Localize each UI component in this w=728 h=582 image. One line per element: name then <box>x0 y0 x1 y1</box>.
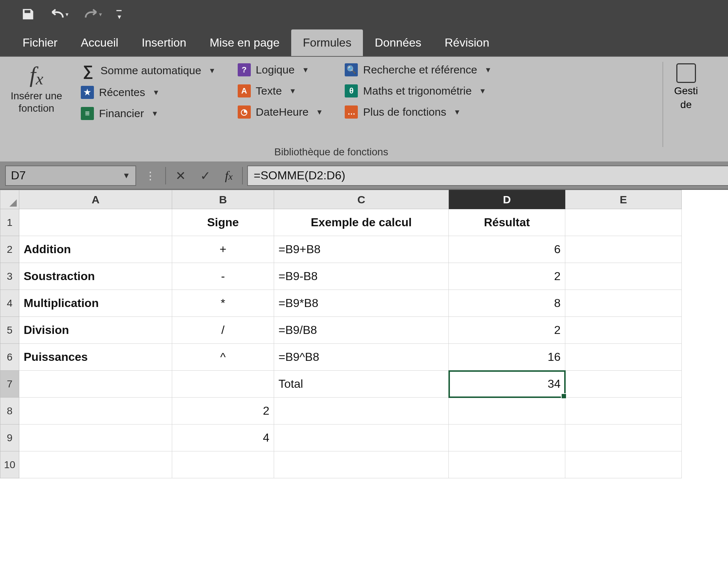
chevron-down-icon[interactable]: ▼ <box>209 67 216 75</box>
chevron-down-icon[interactable]: ▼ <box>122 171 130 180</box>
cell-B2[interactable]: + <box>172 236 274 263</box>
cell-B4[interactable]: * <box>172 290 274 317</box>
cell-A5[interactable]: Division <box>19 317 172 344</box>
lookup-functions-button[interactable]: 🔍 Recherche et référence ▼ <box>341 62 495 78</box>
col-header-C[interactable]: C <box>274 190 449 209</box>
cell-C5[interactable]: =B9/B8 <box>274 317 449 344</box>
math-functions-button[interactable]: θ Maths et trigonométrie ▼ <box>341 83 495 99</box>
select-all-corner[interactable] <box>0 190 19 209</box>
cell-E6[interactable] <box>565 344 682 371</box>
tab-accueil[interactable]: Accueil <box>69 29 130 56</box>
formula-input[interactable]: =SOMME(D2:D6) <box>247 166 728 186</box>
cell-B1[interactable]: Signe <box>172 209 274 236</box>
cell-E9[interactable] <box>565 424 682 451</box>
chevron-down-icon[interactable]: ▼ <box>289 87 296 95</box>
chevron-down-icon[interactable]: ▼ <box>153 88 160 97</box>
autosum-button[interactable]: ∑ Somme automatique ▼ <box>77 62 219 79</box>
cell-C9[interactable] <box>274 424 449 451</box>
tab-fichier[interactable]: Fichier <box>11 29 69 56</box>
chevron-down-icon[interactable]: ▼ <box>454 108 461 116</box>
col-header-B[interactable]: B <box>172 190 274 209</box>
enter-button[interactable]: ✓ <box>195 166 215 186</box>
cell-C3[interactable]: =B9-B8 <box>274 263 449 290</box>
cell-D10[interactable] <box>449 451 565 478</box>
row-header-7[interactable]: 7 <box>0 371 19 398</box>
tab-mise-en-page[interactable]: Mise en page <box>198 29 291 56</box>
cell-C8[interactable] <box>274 398 449 424</box>
chevron-down-icon[interactable]: ▼ <box>479 87 486 95</box>
cell-D1[interactable]: Résultat <box>449 209 565 236</box>
cell-E2[interactable] <box>565 236 682 263</box>
row-header-3[interactable]: 3 <box>0 263 19 290</box>
cell-A1[interactable] <box>19 209 172 236</box>
redo-button[interactable]: ▾ <box>83 6 102 22</box>
chevron-down-icon[interactable]: ▾ <box>66 11 68 18</box>
cell-D6[interactable]: 16 <box>449 344 565 371</box>
cell-C1[interactable]: Exemple de calcul <box>274 209 449 236</box>
cell-B5[interactable]: / <box>172 317 274 344</box>
cell-D7[interactable]: 34 <box>449 371 565 398</box>
cell-E8[interactable] <box>565 398 682 424</box>
cell-D9[interactable] <box>449 424 565 451</box>
text-functions-button[interactable]: A Texte ▼ <box>234 83 327 99</box>
row-header-9[interactable]: 9 <box>0 424 19 451</box>
cell-E10[interactable] <box>565 451 682 478</box>
cell-C2[interactable]: =B9+B8 <box>274 236 449 263</box>
cell-B10[interactable] <box>172 451 274 478</box>
row-header-5[interactable]: 5 <box>0 317 19 344</box>
cell-E3[interactable] <box>565 263 682 290</box>
row-header-2[interactable]: 2 <box>0 236 19 263</box>
undo-button[interactable]: ▾ <box>50 6 68 22</box>
cell-A4[interactable]: Multiplication <box>19 290 172 317</box>
cell-C7[interactable]: Total <box>274 371 449 398</box>
financial-functions-button[interactable]: ≡ Financier ▼ <box>77 105 219 121</box>
chevron-down-icon[interactable]: ▼ <box>151 109 158 118</box>
row-header-1[interactable]: 1 <box>0 209 19 236</box>
cell-A8[interactable] <box>19 398 172 424</box>
col-header-E[interactable]: E <box>565 190 682 209</box>
spreadsheet-grid[interactable]: A B C D E 1 Signe Exemple de calcul Résu… <box>0 190 728 478</box>
cell-D4[interactable]: 8 <box>449 290 565 317</box>
tab-revision[interactable]: Révision <box>433 29 501 56</box>
cancel-button[interactable]: ✕ <box>170 166 191 186</box>
col-header-A[interactable]: A <box>19 190 172 209</box>
insert-function-button[interactable]: fx Insérer une fonction <box>0 62 73 114</box>
row-header-8[interactable]: 8 <box>0 398 19 424</box>
cell-A3[interactable]: Soustraction <box>19 263 172 290</box>
cell-A10[interactable] <box>19 451 172 478</box>
cell-E7[interactable] <box>565 371 682 398</box>
row-header-6[interactable]: 6 <box>0 344 19 371</box>
name-manager-button[interactable]: Gesti de <box>663 57 698 162</box>
col-header-D[interactable]: D <box>449 190 565 209</box>
cell-E4[interactable] <box>565 290 682 317</box>
datetime-functions-button[interactable]: ◔ DateHeure ▼ <box>234 104 327 120</box>
cell-B3[interactable]: - <box>172 263 274 290</box>
tab-insertion[interactable]: Insertion <box>130 29 198 56</box>
name-box[interactable]: D7 ▼ <box>5 166 136 186</box>
name-box-expand-button[interactable]: ⋮ <box>141 166 161 186</box>
chevron-down-icon[interactable]: ▼ <box>484 66 492 74</box>
row-header-4[interactable]: 4 <box>0 290 19 317</box>
cell-B6[interactable]: ^ <box>172 344 274 371</box>
cell-A2[interactable]: Addition <box>19 236 172 263</box>
save-button[interactable] <box>21 6 35 22</box>
cell-A7[interactable] <box>19 371 172 398</box>
tab-formules[interactable]: Formules <box>291 29 363 56</box>
cell-D8[interactable] <box>449 398 565 424</box>
cell-B9[interactable]: 4 <box>172 424 274 451</box>
cell-E1[interactable] <box>565 209 682 236</box>
tab-donnees[interactable]: Données <box>363 29 433 56</box>
chevron-down-icon[interactable]: ▼ <box>302 66 309 74</box>
chevron-down-icon[interactable]: ▾ <box>99 11 102 18</box>
cell-D3[interactable]: 2 <box>449 263 565 290</box>
cell-B8[interactable]: 2 <box>172 398 274 424</box>
chevron-down-icon[interactable]: ▼ <box>316 108 323 116</box>
recent-functions-button[interactable]: ★ Récentes ▼ <box>77 84 219 100</box>
row-header-10[interactable]: 10 <box>0 451 19 478</box>
cell-C10[interactable] <box>274 451 449 478</box>
cell-D5[interactable]: 2 <box>449 317 565 344</box>
cell-D2[interactable]: 6 <box>449 236 565 263</box>
customize-qat-button[interactable]: ▔ ▼ <box>116 6 122 22</box>
logical-functions-button[interactable]: ? Logique ▼ <box>234 62 327 78</box>
cell-E5[interactable] <box>565 317 682 344</box>
